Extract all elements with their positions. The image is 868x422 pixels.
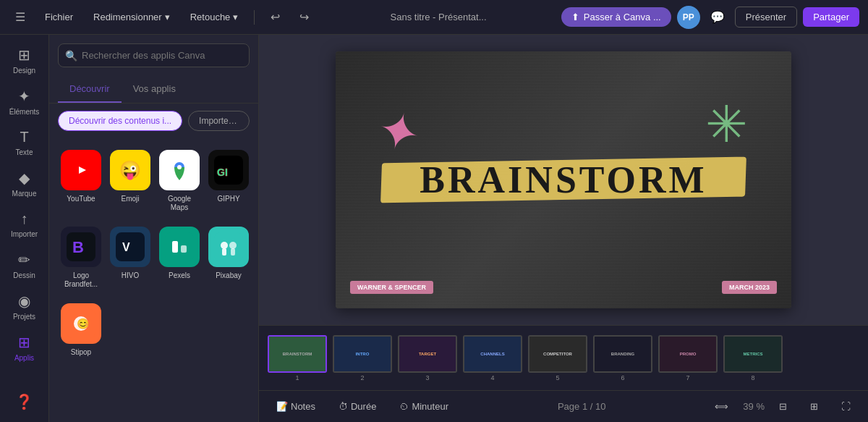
pixabay-app-label: Pixabay bbox=[216, 271, 242, 280]
notes-icon: 📝 bbox=[276, 401, 288, 412]
sidebar-item-applis[interactable]: ⊞ Applis bbox=[3, 328, 46, 368]
import-media-button[interactable]: Importer vos me... bbox=[188, 111, 250, 131]
logobrand-app-label: Logo Brandfet... bbox=[61, 271, 101, 289]
main-area: ⊞ Design ✦ Éléments T Texte ◆ Marque ↑ I… bbox=[0, 35, 868, 422]
panel-tabs: Découvrir Vos applis bbox=[49, 76, 258, 104]
thumbnails-strip: BRAINSTORM 1 INTRO 2 TARGET bbox=[259, 325, 868, 390]
svg-rect-15 bbox=[214, 232, 243, 261]
svg-rect-12 bbox=[165, 232, 194, 261]
sidebar-item-projets[interactable]: ◉ Projets bbox=[3, 287, 46, 326]
thumb-num-8: 8 bbox=[723, 374, 783, 381]
thumbnail-1[interactable]: BRAINSTORM 1 bbox=[268, 335, 327, 381]
thumb-num-4: 4 bbox=[463, 374, 522, 381]
apps-grid: YouTube 😜 Emoji Google Maps bbox=[49, 138, 258, 368]
present-button[interactable]: Présenter bbox=[735, 7, 797, 28]
slide-preview[interactable]: ✦ ✳ BRAINSTORM WARNER & SPENCER MARCH 20… bbox=[336, 51, 791, 308]
app-item-hivo[interactable]: V HIVO bbox=[107, 221, 153, 295]
gmaps-app-label: Google Maps bbox=[159, 195, 200, 212]
thumb-img-3: TARGET bbox=[398, 335, 457, 373]
zoom-out-button[interactable]: ⊟ bbox=[770, 397, 796, 415]
sidebar-item-help[interactable]: ❓ bbox=[3, 387, 46, 416]
panel-header: ✕ 🔍 bbox=[49, 35, 258, 76]
giphy-app-icon: GI GI bbox=[208, 150, 249, 190]
pexels-app-label: Pexels bbox=[169, 271, 190, 280]
app-item-logobrand[interactable]: B Logo Brandfet... bbox=[58, 221, 104, 295]
avatar[interactable]: PP bbox=[677, 6, 700, 29]
svg-rect-10 bbox=[116, 232, 145, 261]
redimensionner-button[interactable]: Redimensionner ▾ bbox=[86, 9, 177, 25]
hamburger-icon[interactable]: ☰ bbox=[9, 6, 32, 29]
thumb-img-5: COMPETITOR bbox=[528, 335, 587, 373]
svg-point-16 bbox=[221, 242, 228, 249]
sidebar-item-texte[interactable]: T Texte bbox=[3, 123, 46, 162]
emoji-app-label: Emoji bbox=[121, 195, 139, 203]
stipop-app-icon: 😊 bbox=[61, 303, 101, 344]
elements-icon: ✦ bbox=[18, 88, 30, 105]
hivo-app-icon: V bbox=[110, 227, 150, 267]
tab-discover[interactable]: Découvrir bbox=[58, 76, 122, 103]
fichier-button[interactable]: Fichier bbox=[38, 9, 80, 25]
apps-icon: ⊞ bbox=[18, 334, 30, 351]
thumb-num-5: 5 bbox=[528, 374, 587, 381]
app-item-giphy[interactable]: GI GI GIPHY bbox=[205, 144, 252, 218]
sidebar-item-elements[interactable]: ✦ Éléments bbox=[3, 82, 46, 122]
left-sidebar: ⊞ Design ✦ Éléments T Texte ◆ Marque ↑ I… bbox=[0, 35, 49, 422]
app-item-emoji[interactable]: 😜 Emoji bbox=[107, 144, 153, 218]
fit-page-button[interactable]: ⟺ bbox=[706, 397, 737, 415]
search-input[interactable] bbox=[58, 43, 250, 67]
notes-button[interactable]: 📝 Notes bbox=[268, 397, 324, 415]
retouche-button[interactable]: Retouche ▾ bbox=[183, 9, 246, 25]
search-wrapper: 🔍 bbox=[58, 43, 250, 67]
thumb-img-2: INTRO bbox=[333, 335, 392, 373]
app-item-pixabay[interactable]: Pixabay bbox=[205, 221, 252, 295]
hivo-app-label: HIVO bbox=[122, 271, 139, 280]
clock-icon: ⏱ bbox=[339, 401, 348, 412]
sidebar-item-importer[interactable]: ↑ Importer bbox=[3, 205, 46, 244]
svg-rect-13 bbox=[172, 241, 178, 253]
thumb-img-6: BRANDING bbox=[593, 335, 652, 373]
slide-footer-left: WARNER & SPENCER bbox=[350, 281, 433, 294]
svg-rect-17 bbox=[222, 248, 226, 256]
brainstorm-title: BRAINSTORM bbox=[420, 159, 707, 201]
canvas-main[interactable]: ✦ ✳ BRAINSTORM WARNER & SPENCER MARCH 20… bbox=[259, 35, 868, 325]
thumbnail-3[interactable]: TARGET 3 bbox=[398, 335, 457, 381]
duree-button[interactable]: ⏱ Durée bbox=[330, 397, 385, 415]
app-item-pexels[interactable]: Pexels bbox=[156, 221, 203, 295]
undo-icon[interactable]: ↩ bbox=[263, 6, 286, 29]
svg-text:B: B bbox=[72, 238, 84, 256]
thumbnail-2[interactable]: INTRO 2 bbox=[333, 335, 392, 381]
share-button[interactable]: Partager bbox=[803, 7, 859, 27]
thumbnail-6[interactable]: BRANDING 6 bbox=[593, 335, 652, 381]
canva-upgrade-button[interactable]: ⬆ Passer à Canva ... bbox=[561, 7, 671, 27]
thumb-num-2: 2 bbox=[333, 374, 392, 381]
sidebar-item-marque[interactable]: ◆ Marque bbox=[3, 164, 46, 203]
timer-icon: ⏲ bbox=[399, 401, 409, 412]
gmaps-app-icon bbox=[159, 150, 200, 190]
tab-myapps[interactable]: Vos applis bbox=[122, 76, 187, 103]
toolbar-right: ⬆ Passer à Canva ... PP 💬 Présenter Part… bbox=[561, 6, 859, 29]
thumb-num-3: 3 bbox=[398, 374, 457, 381]
sidebar-item-dessin[interactable]: ✏ Dessin bbox=[3, 245, 46, 285]
redo-icon[interactable]: ↪ bbox=[292, 6, 315, 29]
fullscreen-button[interactable]: ⛶ bbox=[833, 397, 859, 415]
thumbnail-7[interactable]: PROMO 7 bbox=[658, 335, 718, 381]
minuteur-button[interactable]: ⏲ Minuteur bbox=[391, 397, 457, 415]
bottom-bar: 📝 Notes ⏱ Durée ⏲ Minuteur Page 1 / 10 ⟺… bbox=[259, 390, 868, 422]
thumbnail-5[interactable]: COMPETITOR 5 bbox=[528, 335, 587, 381]
pixabay-app-icon bbox=[208, 227, 249, 267]
zoom-in-button[interactable]: ⊞ bbox=[801, 397, 827, 415]
thumbnail-4[interactable]: CHANNELS 4 bbox=[463, 335, 522, 381]
thumbnail-8[interactable]: METRICS 8 bbox=[723, 335, 783, 381]
thumb-img-8: METRICS bbox=[723, 335, 783, 373]
svg-rect-19 bbox=[231, 248, 235, 256]
discover-content-button[interactable]: Découvrir des contenus i... bbox=[58, 111, 182, 131]
chat-icon[interactable]: 💬 bbox=[706, 6, 729, 29]
sidebar-item-design[interactable]: ⊞ Design bbox=[3, 41, 46, 80]
panel-actions: Découvrir des contenus i... Importer vos… bbox=[49, 104, 258, 138]
app-item-gmaps[interactable]: Google Maps bbox=[156, 144, 203, 218]
giphy-app-label: GIPHY bbox=[217, 195, 239, 203]
svg-text:😊: 😊 bbox=[77, 318, 90, 330]
app-item-stipop[interactable]: 😊 Stipop bbox=[58, 297, 104, 363]
app-item-youtube[interactable]: YouTube bbox=[58, 144, 104, 218]
draw-icon: ✏ bbox=[18, 251, 30, 269]
